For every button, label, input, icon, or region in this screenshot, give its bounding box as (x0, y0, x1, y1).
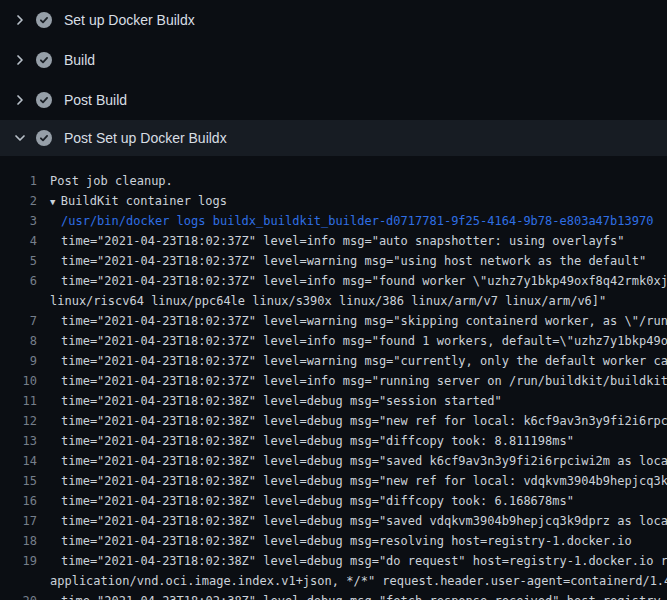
check-circle-icon (36, 52, 52, 68)
log-line: 11 time="2021-04-23T18:02:38Z" level=deb… (0, 391, 667, 411)
line-number[interactable]: 16 (0, 491, 37, 511)
log-text: linux/riscv64 linux/ppc64le linux/s390x … (37, 291, 606, 311)
line-number[interactable]: 17 (0, 511, 37, 531)
step-header-post-build[interactable]: Post Build (0, 80, 667, 120)
line-number[interactable]: 2 (0, 191, 37, 211)
log-line: 9 time="2021-04-23T18:02:37Z" level=warn… (0, 351, 667, 371)
log-text: /usr/bin/docker logs buildx_buildkit_bui… (37, 211, 653, 231)
chevron-right-icon[interactable] (12, 92, 28, 108)
chevron-right-icon[interactable] (12, 12, 28, 28)
log-text: time="2021-04-23T18:02:37Z" level=info m… (37, 231, 625, 251)
line-number[interactable]: 15 (0, 471, 37, 491)
log-text-content: time="2021-04-23T18:02:38Z" level=debug … (61, 594, 667, 600)
line-number[interactable] (0, 291, 37, 311)
log-text: ▼ BuildKit container logs (37, 191, 227, 211)
step-header-post-set-up-docker-buildx[interactable]: Post Set up Docker Buildx (0, 120, 667, 156)
log-line: 10 time="2021-04-23T18:02:37Z" level=inf… (0, 371, 667, 391)
log-line: 12 time="2021-04-23T18:02:38Z" level=deb… (0, 411, 667, 431)
log-text: time="2021-04-23T18:02:38Z" level=debug … (37, 591, 667, 600)
line-number[interactable]: 8 (0, 331, 37, 351)
log-text-content: time="2021-04-23T18:02:37Z" level=info m… (61, 234, 625, 248)
log-text: time="2021-04-23T18:02:37Z" level=warnin… (37, 351, 667, 371)
log-text: application/vnd.oci.image.index.v1+json,… (37, 571, 667, 591)
step-label: Build (64, 52, 95, 68)
log-text-content: time="2021-04-23T18:02:38Z" level=debug … (61, 534, 632, 548)
log-text-content: time="2021-04-23T18:02:37Z" level=warnin… (61, 314, 667, 328)
log-line: 5 time="2021-04-23T18:02:37Z" level=warn… (0, 251, 667, 271)
log-line: 1 Post job cleanup. (0, 171, 667, 191)
log-line: 4 time="2021-04-23T18:02:37Z" level=info… (0, 231, 667, 251)
line-number[interactable]: 3 (0, 211, 37, 231)
line-number[interactable]: 4 (0, 231, 37, 251)
log-text-content: time="2021-04-23T18:02:38Z" level=debug … (61, 434, 574, 448)
log-text-content: time="2021-04-23T18:02:37Z" level=warnin… (61, 354, 667, 368)
line-number[interactable]: 5 (0, 251, 37, 271)
log-text-content: time="2021-04-23T18:02:37Z" level=info m… (61, 274, 667, 288)
log-text-content: time="2021-04-23T18:02:38Z" level=debug … (61, 454, 667, 468)
log-text: Post job cleanup. (37, 171, 173, 191)
log-text-content: /usr/bin/docker logs buildx_buildkit_bui… (61, 214, 653, 228)
log-line: 13 time="2021-04-23T18:02:38Z" level=deb… (0, 431, 667, 451)
log-text-content: time="2021-04-23T18:02:37Z" level=warnin… (61, 254, 646, 268)
log-text-content: time="2021-04-23T18:02:38Z" level=debug … (61, 394, 502, 408)
line-number[interactable]: 9 (0, 351, 37, 371)
log-line: 14 time="2021-04-23T18:02:38Z" level=deb… (0, 451, 667, 471)
line-number[interactable]: 10 (0, 371, 37, 391)
log-line: 19 time="2021-04-23T18:02:38Z" level=deb… (0, 551, 667, 571)
line-number[interactable]: 6 (0, 271, 37, 291)
step-header-build[interactable]: Build (0, 40, 667, 80)
log-line: 16 time="2021-04-23T18:02:38Z" level=deb… (0, 491, 667, 511)
log-line: 3 /usr/bin/docker logs buildx_buildkit_b… (0, 211, 667, 231)
log-text-content: time="2021-04-23T18:02:38Z" level=debug … (61, 414, 667, 428)
log-line: 6 time="2021-04-23T18:02:37Z" level=info… (0, 271, 667, 291)
log-text: time="2021-04-23T18:02:37Z" level=warnin… (37, 251, 646, 271)
log-line: linux/riscv64 linux/ppc64le linux/s390x … (0, 291, 667, 311)
log-line: application/vnd.oci.image.index.v1+json,… (0, 571, 667, 591)
line-number[interactable]: 14 (0, 451, 37, 471)
log-line: 17 time="2021-04-23T18:02:38Z" level=deb… (0, 511, 667, 531)
log-line: 15 time="2021-04-23T18:02:38Z" level=deb… (0, 471, 667, 491)
log-text-content: application/vnd.oci.image.index.v1+json,… (50, 574, 667, 588)
step-label: Post Set up Docker Buildx (64, 130, 227, 146)
group-toggle-icon[interactable]: ▼ (50, 197, 61, 207)
line-number[interactable]: 19 (0, 551, 37, 571)
log-text: time="2021-04-23T18:02:38Z" level=debug … (37, 451, 667, 471)
log-text: time="2021-04-23T18:02:38Z" level=debug … (37, 511, 667, 531)
line-number[interactable]: 18 (0, 531, 37, 551)
step-label: Set up Docker Buildx (64, 12, 195, 28)
log-text-content: BuildKit container logs (61, 194, 227, 208)
log-line: 8 time="2021-04-23T18:02:37Z" level=info… (0, 331, 667, 351)
log-text: time="2021-04-23T18:02:38Z" level=debug … (37, 431, 574, 451)
log-text-content: time="2021-04-23T18:02:38Z" level=debug … (61, 474, 667, 488)
log-text-content: time="2021-04-23T18:02:37Z" level=info m… (61, 334, 667, 348)
line-number[interactable]: 7 (0, 311, 37, 331)
log-body: 1 Post job cleanup. 2 ▼ BuildKit contain… (0, 156, 667, 600)
log-text-content: linux/riscv64 linux/ppc64le linux/s390x … (50, 294, 606, 308)
chevron-right-icon[interactable] (12, 52, 28, 68)
log-line: 7 time="2021-04-23T18:02:37Z" level=warn… (0, 311, 667, 331)
line-number[interactable]: 20 (0, 591, 37, 600)
chevron-down-icon[interactable] (12, 130, 28, 146)
log-text: time="2021-04-23T18:02:38Z" level=debug … (37, 411, 667, 431)
log-line: 2 ▼ BuildKit container logs (0, 191, 667, 211)
log-text: time="2021-04-23T18:02:38Z" level=debug … (37, 471, 667, 491)
line-number[interactable]: 13 (0, 431, 37, 451)
check-circle-icon (36, 12, 52, 28)
log-text-content: time="2021-04-23T18:02:38Z" level=debug … (61, 554, 667, 568)
log-text-content: time="2021-04-23T18:02:38Z" level=debug … (61, 514, 667, 528)
line-number[interactable]: 11 (0, 391, 37, 411)
line-number[interactable]: 1 (0, 171, 37, 191)
line-number[interactable] (0, 571, 37, 591)
log-text: time="2021-04-23T18:02:38Z" level=debug … (37, 491, 574, 511)
log-text: time="2021-04-23T18:02:37Z" level=info m… (37, 331, 667, 351)
log-text-content: time="2021-04-23T18:02:38Z" level=debug … (61, 494, 574, 508)
log-text: time="2021-04-23T18:02:37Z" level=info m… (37, 271, 667, 291)
log-text: time="2021-04-23T18:02:37Z" level=warnin… (37, 311, 667, 331)
check-circle-icon (36, 92, 52, 108)
log-text-content: Post job cleanup. (50, 174, 173, 188)
step-header-set-up-docker-buildx[interactable]: Set up Docker Buildx (0, 0, 667, 40)
step-label: Post Build (64, 92, 127, 108)
log-text: time="2021-04-23T18:02:37Z" level=info m… (37, 371, 667, 391)
log-text-content: time="2021-04-23T18:02:37Z" level=info m… (61, 374, 667, 388)
line-number[interactable]: 12 (0, 411, 37, 431)
